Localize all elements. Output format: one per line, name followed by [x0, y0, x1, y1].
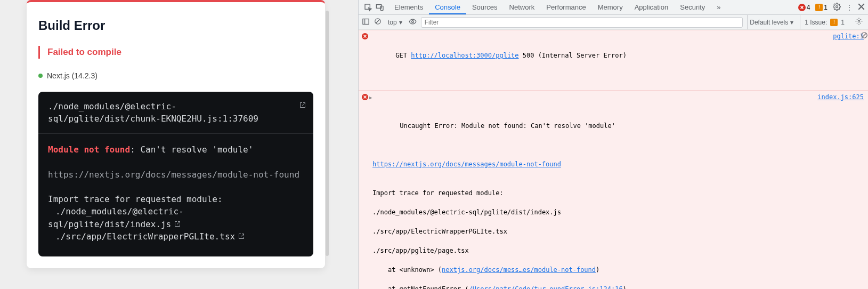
console-row: GET http://localhost:3000/pglite 500 (In… [359, 30, 868, 91]
card-title: Build Error [38, 18, 313, 33]
chevron-down-icon: ▾ [790, 19, 793, 26]
code-header: ./node_modules/@electric-sql/pglite/dist… [38, 92, 313, 134]
error-icon [362, 93, 368, 100]
framework-row: Next.js (14.2.3) [38, 71, 313, 80]
error-count-badge[interactable] [798, 4, 806, 11]
filter-input[interactable] [421, 17, 743, 28]
warn-count: 1 [824, 4, 828, 11]
log-text: GET [395, 52, 411, 59]
no-entry-icon[interactable] [861, 31, 868, 42]
close-icon[interactable] [858, 3, 865, 12]
tab-sources[interactable]: Sources [466, 0, 504, 14]
issues-indicator[interactable]: 1 Issue:!1 [800, 15, 849, 29]
tab-security[interactable]: Security [674, 0, 711, 14]
svg-point-9 [858, 20, 860, 22]
device-toggle-icon[interactable] [376, 3, 384, 12]
context-select[interactable]: top▾ [386, 19, 404, 26]
sidebar-toggle-icon[interactable] [362, 18, 370, 27]
console-toolbar: top▾ Default levels▾ 1 Issue:!1 [359, 15, 868, 30]
inspect-icon[interactable] [364, 3, 372, 12]
tab-performance[interactable]: Performance [540, 0, 591, 14]
source-link[interactable]: pglite:1 [833, 31, 864, 41]
fail-block: Failed to compile [38, 46, 313, 59]
docs-link[interactable]: https://nextjs.org/docs/messages/module-… [48, 170, 299, 180]
issue-badge-icon: ! [830, 19, 838, 26]
gear-icon[interactable] [833, 3, 841, 12]
external-link-icon[interactable] [174, 218, 181, 230]
request-url-link[interactable]: http://localhost:3000/pglite [411, 52, 518, 59]
devtools: Elements Console Sources Network Perform… [358, 0, 868, 289]
build-error-card: Build Error Failed to compile Next.js (1… [27, 0, 325, 268]
clear-console-icon[interactable] [374, 18, 382, 27]
console-row: ▶ Uncaught Error: Module not found: Can'… [359, 91, 868, 289]
error-icon [362, 33, 368, 39]
trace-line: ./src/app/ElectricWrapperPGLIte.tsx [48, 231, 245, 242]
page-left: Build Error Failed to compile Next.js (1… [0, 0, 358, 289]
trace-head: Import trace for requested module: [48, 194, 223, 204]
kebab-icon[interactable]: ⋮ [846, 4, 853, 11]
trace-head: Import trace for requested module: [372, 189, 504, 197]
svg-rect-0 [365, 4, 370, 9]
error-rest: : Can't resolve 'module' [130, 144, 253, 155]
stack-link[interactable]: nextjs.org/docs/mess…es/module-not-found [442, 266, 596, 274]
svg-rect-4 [363, 19, 369, 24]
external-link-icon[interactable] [238, 230, 245, 243]
code-body: Module not found: Can't resolve 'module'… [38, 134, 313, 256]
scrollbar[interactable] [326, 11, 329, 256]
stack-text: at <unknown> ( [372, 266, 442, 274]
tab-memory[interactable]: Memory [592, 0, 629, 14]
chevron-down-icon: ▾ [399, 19, 402, 26]
devtools-tabbar: Elements Console Sources Network Perform… [359, 0, 868, 15]
stack-link[interactable]: /Users/patr/Code/tur…oundError.js:124:16 [469, 285, 623, 289]
error-label: Module not found [48, 144, 130, 155]
fail-text: Failed to compile [47, 47, 313, 58]
tab-network[interactable]: Network [504, 0, 541, 14]
status-dot-icon [38, 74, 43, 78]
error-count: 4 [807, 4, 810, 11]
tab-elements[interactable]: Elements [388, 0, 429, 14]
trace-line: ./node_modules/@electric-sql/pglite/dist… [48, 206, 184, 229]
svg-point-8 [411, 20, 413, 22]
disclosure-icon[interactable]: ▶ [369, 94, 372, 102]
status-text: 500 (Internal Server Error) [519, 52, 627, 59]
tab-application[interactable]: Application [629, 0, 675, 14]
log-text: Uncaught Error: Module not found: Can't … [395, 122, 615, 130]
stack-text: at getNotFoundError ( [372, 285, 469, 289]
trace-line: ./src/app/ElectricWrapperPGLIte.tsx [372, 228, 507, 235]
levels-select[interactable]: Default levels▾ [747, 15, 796, 29]
console-body[interactable]: GET http://localhost:3000/pglite 500 (In… [359, 30, 868, 289]
live-expression-icon[interactable] [409, 18, 417, 27]
source-link[interactable]: index.js:625 [817, 92, 864, 102]
docs-link[interactable]: https://nextjs.org/docs/messages/module-… [372, 160, 561, 168]
tab-console[interactable]: Console [429, 0, 466, 14]
svg-point-3 [836, 5, 838, 7]
trace-line: ./src/app/pglite/page.tsx [372, 247, 469, 254]
trace-line: ./node_modules/@electric-sql/pglite/dist… [372, 208, 561, 216]
svg-line-12 [863, 34, 866, 37]
gear-icon[interactable] [853, 18, 865, 27]
tab-more[interactable]: » [711, 0, 726, 14]
warn-count-badge[interactable]: ! [815, 4, 823, 11]
external-link-icon[interactable] [299, 99, 306, 111]
svg-line-7 [376, 20, 380, 23]
code-block: ./node_modules/@electric-sql/pglite/dist… [38, 92, 313, 256]
framework-label: Next.js (14.2.3) [47, 71, 98, 80]
